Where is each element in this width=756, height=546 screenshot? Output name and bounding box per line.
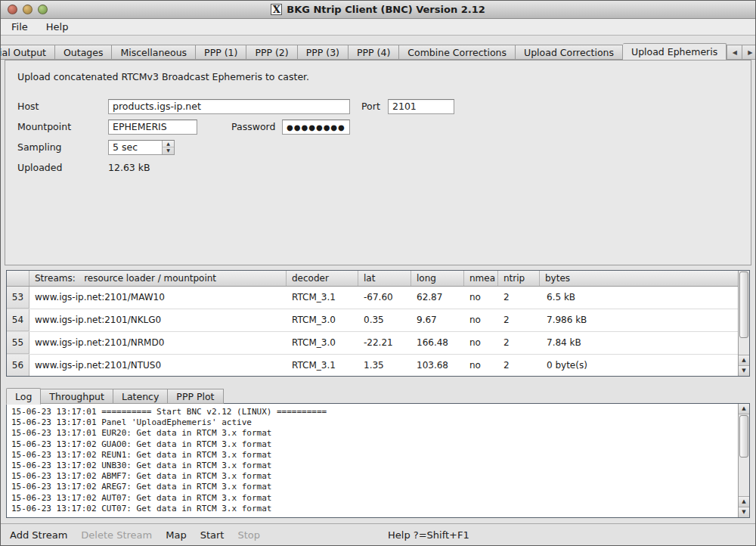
lat-cell: 0.35 [358, 309, 411, 331]
streams-scrollbar: ▲ ▼ [738, 271, 749, 376]
delete-stream-button: Delete Stream [81, 529, 152, 541]
tab-ppp-plot[interactable]: PPP Plot [168, 389, 223, 404]
tab-upload-corrections[interactable]: Upload Corrections [516, 45, 623, 60]
add-stream-button[interactable]: Add Stream [10, 529, 67, 541]
mountpoint-row: Mountpoint EPHEMERIS Password ●●●●●●●● [17, 116, 751, 137]
sampling-row: Sampling 5 sec ▲ ▼ [17, 137, 751, 157]
log-text: 15-06-23 13:17:01 ========== Start BNC v… [7, 404, 738, 517]
nmea-cell: no [464, 309, 498, 331]
lat-cell: 1.35 [358, 355, 411, 376]
header-nmea: nmea [464, 271, 498, 286]
log-line: 15-06-23 13:17:02 REUN1: Get data in RTC… [11, 450, 738, 461]
tab-miscellaneous[interactable]: Miscellaneous [112, 45, 196, 60]
stream-row[interactable]: 53 www.igs-ip.net:2101/MAW10 RTCM_3.1 -6… [7, 287, 738, 309]
password-label: Password [231, 121, 282, 132]
close-window-button[interactable] [8, 5, 17, 14]
decoder-cell: RTCM_3.0 [287, 309, 358, 331]
log-line: 15-06-23 13:17:01 EUR20: Get data in RTC… [11, 428, 738, 439]
nmea-cell: no [464, 287, 498, 309]
log-line: 15-06-23 13:17:02 CUT07: Get data in RTC… [11, 504, 738, 514]
scroll-up-icon[interactable]: ▲ [739, 355, 749, 365]
scrollbar-thumb[interactable] [739, 415, 748, 458]
scroll-up-icon[interactable]: ▲ [739, 496, 749, 507]
row-number-cell: 55 [7, 332, 29, 354]
scrollbar-thumb[interactable] [739, 271, 748, 338]
streams-table-body: Streams: resource loader / mountpoint de… [7, 271, 738, 376]
scroll-down-icon[interactable]: ▼ [739, 507, 749, 517]
stream-row[interactable]: 56 www.igs-ip.net:2101/NTUS0 RTCM_3.1 1.… [7, 355, 738, 376]
tab-combine-corrections[interactable]: Combine Corrections [399, 45, 516, 60]
x11-app-icon: X [271, 4, 282, 15]
upload-ephemeris-panel: Upload concatenated RTCMv3 Broadcast Eph… [5, 60, 751, 265]
ntrip-cell: 2 [498, 309, 540, 331]
bnc-window: X BKG Ntrip Client (BNC) Version 2.12 Fi… [0, 0, 756, 546]
sampling-spinbox[interactable]: 5 sec ▲ ▼ [108, 140, 175, 155]
spin-up-icon[interactable]: ▲ [163, 141, 174, 148]
log-line: 15-06-23 13:17:02 AUT07: Get data in RTC… [11, 493, 738, 504]
log-scrollbar: ▲ ▲ ▼ [738, 404, 749, 517]
streams-table: Streams: resource loader / mountpoint de… [6, 270, 750, 377]
scroll-down-icon[interactable]: ▼ [739, 365, 749, 376]
decoder-cell: RTCM_3.0 [287, 332, 358, 354]
long-cell: 166.48 [411, 332, 464, 354]
long-cell: 9.67 [411, 309, 464, 331]
decoder-cell: RTCM_3.1 [287, 287, 358, 309]
sampling-value: 5 sec [109, 141, 162, 154]
row-number-cell: 56 [7, 355, 29, 376]
tab-throughput[interactable]: Throughput [41, 389, 113, 404]
bottom-toolbar: Add Stream Delete Stream Map Start Stop … [1, 523, 755, 545]
help-shortcut-label: Help ?=Shift+F1 [388, 529, 469, 541]
tab-ppp-4[interactable]: PPP (4) [349, 45, 399, 60]
port-input[interactable]: 2101 [388, 99, 454, 114]
panel-description: Upload concatenated RTCMv3 Broadcast Eph… [17, 71, 751, 82]
tab-ppp-3[interactable]: PPP (3) [298, 45, 349, 60]
long-cell: 62.87 [411, 287, 464, 309]
window-title-text: BKG Ntrip Client (BNC) Version 2.12 [287, 4, 485, 15]
host-row: Host products.igs-ip.net Port 2101 [17, 96, 751, 116]
stream-row[interactable]: 55 www.igs-ip.net:2101/NRMD0 RTCM_3.0 -2… [7, 332, 738, 355]
host-input[interactable]: products.igs-ip.net [108, 99, 350, 114]
mountpoint-cell: www.igs-ip.net:2101/MAW10 [29, 287, 287, 309]
port-label: Port [361, 101, 388, 112]
map-button[interactable]: Map [166, 529, 186, 541]
log-line: 15-06-23 13:17:01 Panel 'UploadEphemeris… [11, 417, 738, 428]
tab-outages[interactable]: Outages [55, 45, 112, 60]
tab-latency[interactable]: Latency [113, 389, 168, 404]
tab-scroll-left-icon[interactable]: ◀ [727, 45, 742, 60]
zoom-window-button[interactable] [38, 5, 48, 14]
tab-ppp-1[interactable]: PPP (1) [196, 45, 246, 60]
mountpoint-label: Mountpoint [17, 121, 108, 132]
window-controls [8, 5, 48, 14]
tab-scroll-right-icon[interactable]: ▶ [742, 45, 755, 60]
start-button[interactable]: Start [200, 529, 225, 541]
tab-serial-output[interactable]: ial Output [1, 45, 55, 60]
menubar: File Help [1, 19, 755, 36]
scroll-up-icon[interactable]: ▲ [739, 404, 749, 414]
password-input[interactable]: ●●●●●●●● [282, 119, 350, 135]
log-line: 15-06-23 13:17:02 ABMF7: Get data in RTC… [11, 471, 738, 482]
window-title: X BKG Ntrip Client (BNC) Version 2.12 [271, 4, 485, 15]
long-cell: 103.68 [411, 355, 464, 376]
mountpoint-input[interactable]: EPHEMERIS [108, 119, 197, 135]
log-view: 15-06-23 13:17:01 ========== Start BNC v… [6, 403, 750, 518]
tab-scrollers: ◀ ▶ [727, 45, 755, 60]
menu-file[interactable]: File [10, 20, 29, 33]
host-label: Host [17, 101, 108, 112]
header-corner-cell [7, 271, 29, 286]
minimize-window-button[interactable] [23, 5, 33, 14]
bytes-cell: 7.84 kB [540, 332, 738, 354]
tab-log[interactable]: Log [6, 388, 41, 405]
log-line: 15-06-23 13:17:02 AREG7: Get data in RTC… [11, 482, 738, 492]
nmea-cell: no [464, 332, 498, 354]
ntrip-cell: 2 [498, 287, 540, 309]
sampling-label: Sampling [17, 141, 108, 153]
header-lat: lat [358, 271, 411, 286]
bytes-cell: 7.986 kB [540, 309, 738, 331]
tab-upload-ephemeris[interactable]: Upload Ephemeris [623, 43, 727, 60]
stream-row[interactable]: 54 www.igs-ip.net:2101/NKLG0 RTCM_3.0 0.… [7, 309, 738, 332]
spin-down-icon[interactable]: ▼ [163, 147, 174, 154]
tab-ppp-2[interactable]: PPP (2) [246, 45, 297, 60]
mountpoint-cell: www.igs-ip.net:2101/NRMD0 [29, 332, 287, 354]
streams-table-header: Streams: resource loader / mountpoint de… [7, 271, 738, 287]
menu-help[interactable]: Help [45, 20, 70, 33]
